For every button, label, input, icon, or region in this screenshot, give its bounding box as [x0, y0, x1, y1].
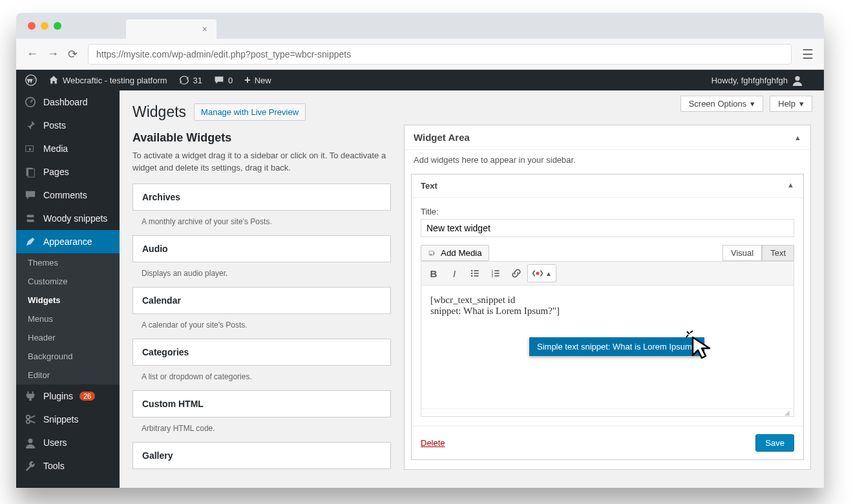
sidebar-item-dashboard[interactable]: Dashboard — [16, 90, 120, 114]
browser-address-bar: ← → ⟳ https://mysite.com/wp-admin/edit.p… — [16, 39, 824, 70]
widget-area-header[interactable]: Widget Area ▲ — [405, 125, 810, 150]
tools-icon — [24, 459, 37, 472]
manage-live-preview-button[interactable]: Manage with Live Preview — [194, 103, 306, 121]
sidebar-item-snippets[interactable]: Snippets — [16, 408, 120, 431]
site-name-label: Webcraftic - testing platform — [63, 76, 167, 85]
forward-icon[interactable]: → — [47, 47, 59, 61]
page-title: Widgets — [132, 103, 186, 121]
sidebar-item-comments[interactable]: Comments — [16, 184, 120, 207]
admin-sidebar: Dashboard Posts Media Pages Comments — [16, 90, 120, 488]
comments-link[interactable]: 0 — [214, 75, 233, 85]
minimize-window-icon[interactable] — [41, 22, 48, 30]
title-label: Title: — [421, 207, 794, 216]
snippets-icon — [24, 413, 37, 426]
sidebar-item-appearance[interactable]: Appearance — [16, 230, 120, 253]
close-window-icon[interactable] — [28, 22, 36, 30]
svg-point-10 — [471, 270, 472, 271]
maximize-window-icon[interactable] — [54, 22, 61, 30]
cursor-click-icon — [685, 330, 717, 362]
svg-point-12 — [471, 273, 472, 274]
insert-snippet-button[interactable]: ▲ — [527, 264, 556, 282]
appearance-icon — [24, 235, 37, 248]
submenu-themes[interactable]: Themes — [16, 253, 120, 272]
delete-widget-link[interactable]: Delete — [421, 438, 445, 448]
screen-options-button[interactable]: Screen Options▾ — [680, 96, 764, 112]
available-widgets-help: To activate a widget drag it to a sideba… — [132, 150, 391, 174]
comment-icon — [24, 189, 37, 202]
tab-visual[interactable]: Visual — [722, 245, 762, 261]
sidebar-item-tools[interactable]: Tools — [16, 454, 120, 478]
tab-text[interactable]: Text — [762, 245, 794, 261]
comments-count: 0 — [228, 76, 233, 85]
bullet-list-icon[interactable] — [465, 264, 485, 282]
add-media-label: Add Media — [441, 248, 482, 258]
available-widget[interactable]: Gallery — [132, 442, 391, 469]
submenu-widgets[interactable]: Widgets — [16, 291, 120, 310]
available-widget[interactable]: Audio — [132, 235, 391, 262]
text-widget: Text ▲ Title: Add Media — [411, 174, 804, 460]
available-widget[interactable]: Calendar — [132, 287, 391, 314]
available-widget-desc: A monthly archive of your site's Posts. — [132, 211, 391, 235]
sidebar-label: Media — [43, 143, 68, 154]
sidebar-label: Comments — [43, 190, 87, 200]
available-widgets-title: Available Widgets — [132, 131, 391, 145]
text-widget-header[interactable]: Text ▲ — [412, 174, 803, 198]
woody-icon — [24, 212, 37, 225]
new-label: New — [255, 76, 271, 85]
resize-handle-icon[interactable]: ◢ — [421, 408, 794, 416]
user-account-link[interactable]: Howdy, fghfghfghfgh — [711, 74, 803, 86]
plugins-update-badge: 26 — [79, 392, 95, 401]
save-button[interactable]: Save — [755, 434, 794, 452]
sidebar-item-plugins[interactable]: Plugins 26 — [16, 384, 120, 408]
available-widget[interactable]: Categories — [132, 339, 391, 366]
sidebar-item-media[interactable]: Media — [16, 137, 120, 160]
howdy-label: Howdy, fghfghfghfgh — [711, 76, 788, 85]
sidebar-label: Snippets — [43, 414, 78, 425]
submenu-customize[interactable]: Customize — [16, 272, 120, 291]
submenu-header[interactable]: Header — [16, 328, 120, 347]
italic-icon[interactable]: I — [445, 264, 464, 282]
browser-menu-icon[interactable]: ☰ — [802, 47, 814, 62]
snippet-tooltip[interactable]: Simple text snippet: What is Lorem Ipsum… — [529, 337, 704, 356]
help-button[interactable]: Help▾ — [770, 96, 812, 112]
sidebar-item-woody[interactable]: Woody snippets — [16, 207, 120, 230]
chevron-up-icon[interactable]: ▲ — [787, 181, 794, 191]
svg-point-1 — [795, 76, 799, 81]
media-icon — [24, 142, 37, 155]
add-media-button[interactable]: Add Media — [421, 245, 489, 261]
widget-area-help: Add widgets here to appear in your sideb… — [405, 150, 810, 174]
submenu-menus[interactable]: Menus — [16, 310, 120, 328]
available-widget[interactable]: Archives — [132, 184, 391, 211]
url-input[interactable]: https://mysite.com/wp-admin/edit.php?pos… — [88, 44, 792, 65]
available-widget-desc: A calendar of your site's Posts. — [132, 314, 391, 339]
sidebar-label: Tools — [43, 461, 65, 471]
svg-rect-19 — [494, 273, 499, 274]
submenu-editor[interactable]: Editor — [16, 366, 120, 384]
wp-logo-icon[interactable] — [25, 74, 37, 86]
sidebar-item-pages[interactable]: Pages — [16, 160, 120, 184]
submenu-background[interactable]: Background — [16, 347, 120, 366]
widget-area-panel: Widget Area ▲ Add widgets here to appear… — [404, 125, 811, 470]
svg-rect-11 — [474, 270, 478, 271]
widget-title-input[interactable] — [421, 219, 794, 237]
site-home-link[interactable]: Webcraftic - testing platform — [48, 75, 167, 85]
chevron-down-icon: ▾ — [799, 99, 804, 109]
numbered-list-icon[interactable]: 123 — [486, 264, 505, 282]
browser-tab-bar: × — [16, 13, 824, 39]
widget-area-title: Widget Area — [414, 132, 470, 143]
browser-tab[interactable]: × — [126, 19, 216, 39]
reload-icon[interactable]: ⟳ — [68, 47, 78, 61]
tab-close-icon[interactable]: × — [202, 24, 207, 34]
back-icon[interactable]: ← — [26, 47, 38, 61]
bold-icon[interactable]: B — [424, 264, 443, 282]
svg-point-8 — [28, 439, 32, 443]
available-widget[interactable]: Custom HTML — [132, 390, 391, 417]
sidebar-item-users[interactable]: Users — [16, 431, 120, 454]
chevron-up-icon[interactable]: ▲ — [794, 134, 801, 142]
sidebar-label: Users — [43, 437, 67, 448]
updates-count: 31 — [193, 76, 202, 85]
updates-link[interactable]: 31 — [179, 75, 202, 85]
link-icon[interactable] — [507, 264, 526, 282]
new-content-link[interactable]: + New — [244, 74, 271, 86]
sidebar-item-posts[interactable]: Posts — [16, 114, 120, 137]
